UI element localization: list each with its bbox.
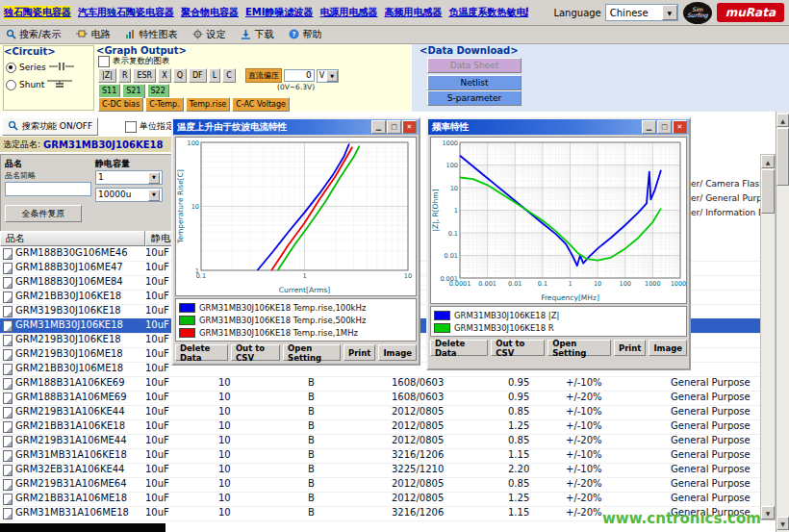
maximize-button[interactable]: □ xyxy=(387,120,401,134)
chevron-down-icon[interactable]: ▼ xyxy=(148,190,160,201)
legend-swatch xyxy=(434,311,450,320)
param-button-l[interactable]: L xyxy=(209,68,220,83)
scroll-up-button[interactable]: ▲ xyxy=(761,155,775,168)
search-toggle-button[interactable]: 搜索功能 ON/OFF xyxy=(2,117,98,136)
param-button-x[interactable]: X xyxy=(158,68,170,83)
circuit-option-series[interactable]: Series xyxy=(6,61,91,74)
multi-graph-checkbox[interactable]: 表示复数的图表 xyxy=(98,56,170,67)
menu-item[interactable]: 下载 xyxy=(241,28,273,41)
scroll-up-button[interactable]: ▲ xyxy=(776,114,789,127)
param-button-z[interactable]: |Z| xyxy=(98,68,116,83)
char-button-c-temp-[interactable]: C-Temp. xyxy=(145,97,184,112)
maximize-button[interactable]: □ xyxy=(657,120,672,134)
cell-application: General Purpose xyxy=(671,392,759,402)
page-scrollbar[interactable]: ▲ ▼ xyxy=(776,112,789,532)
column-header-part-name[interactable]: 品名 xyxy=(0,231,145,246)
reset-conditions-button[interactable]: 全条件复原 xyxy=(5,205,82,222)
capacitance-min-input[interactable]: 1 ▼ xyxy=(95,170,163,185)
menu-item[interactable]: 搜索/表示 xyxy=(6,28,61,41)
open-setting-button[interactable]: Open Setting xyxy=(283,344,341,361)
nav-link[interactable]: 电源用电感器 xyxy=(320,6,378,19)
simsurfing-logo[interactable]: Sim Surfing xyxy=(683,2,712,24)
svg-text:10000: 10000 xyxy=(671,280,686,288)
print-button[interactable]: Print xyxy=(344,344,375,361)
table-scrollbar[interactable]: ▲ ▼ xyxy=(760,154,776,520)
s-param-button-s11[interactable]: S11 xyxy=(98,84,120,98)
murata-logo[interactable]: muRata xyxy=(717,3,784,22)
param-button-r[interactable]: R xyxy=(118,68,132,83)
chevron-down-icon[interactable]: ▼ xyxy=(662,5,677,20)
cell-part-name: GRM21BB31A106KE18 xyxy=(15,420,142,431)
table-row[interactable]: GRM21BB31A106ME1810uF10B2012/08051.25+/-… xyxy=(0,492,760,507)
delete-data-button[interactable]: Delete Data xyxy=(430,340,488,356)
toolbar: <Circuit> SeriesShunt <Graph Output> 表示复… xyxy=(0,44,789,112)
param-button-q[interactable]: Q xyxy=(173,68,187,83)
open-setting-button[interactable]: Open Setting xyxy=(547,340,611,356)
out-to-csv-button[interactable]: Out to CSV xyxy=(231,344,280,361)
language-select[interactable]: Chinese ▼ xyxy=(605,4,678,21)
part-name-input[interactable] xyxy=(5,182,91,196)
netlist-button[interactable]: Netlist xyxy=(427,75,522,90)
dc-bias-unit-select[interactable]: V▼ xyxy=(317,69,339,83)
param-button-df[interactable]: DF xyxy=(189,68,207,83)
table-row[interactable]: GRM219B31A106ME4410uF10B2012/08050.85+/-… xyxy=(0,434,760,449)
table-row[interactable]: GRM219B31A106KE4410uF10B2012/08050.85+/-… xyxy=(0,405,760,420)
capacitance-max-input[interactable]: 10000u ▼ xyxy=(95,188,163,202)
nav-link[interactable]: 汽车用独石陶瓷电容器 xyxy=(78,6,174,19)
table-row[interactable]: GRM219B31A106ME6410uF10B2012/08050.85+/-… xyxy=(0,477,760,493)
cell-tolerance: +/-10% xyxy=(566,464,657,474)
menu-item[interactable]: 特性图表 xyxy=(125,28,177,41)
scrollbar-thumb[interactable] xyxy=(761,169,775,214)
cell-capacitance: 10uF xyxy=(145,406,203,417)
nav-link[interactable]: 负温度系数热敏电阻 xyxy=(449,6,528,19)
radio-icon[interactable] xyxy=(6,63,16,73)
scrollbar-thumb[interactable] xyxy=(776,128,789,186)
char-button-c-dc-bias[interactable]: C-DC bias xyxy=(98,97,143,112)
language-label: Language xyxy=(553,8,600,18)
table-row[interactable]: GRM188B31A106ME6910uF10B1608/06030.95+/-… xyxy=(0,391,760,406)
param-button-esr[interactable]: ESR xyxy=(133,68,156,83)
s-parameter-button[interactable]: S-parameter xyxy=(427,90,522,106)
close-button[interactable]: ✕ xyxy=(402,120,417,134)
print-button[interactable]: Print xyxy=(614,340,646,356)
nav-link[interactable]: 聚合物电容器 xyxy=(181,6,239,19)
window-titlebar[interactable]: 频率特性 ▁ □ ✕ xyxy=(428,119,689,135)
nav-link[interactable]: 高频用电感器 xyxy=(385,6,443,19)
dc-bias-input[interactable]: 0 xyxy=(284,69,315,82)
minimize-button[interactable]: ▁ xyxy=(642,120,656,134)
cell-size: 3216/1206 xyxy=(392,449,497,460)
table-row[interactable]: GRM31MB31A106KE1810uF10B3216/12061.15+/-… xyxy=(0,448,760,464)
circuit-option-shunt[interactable]: Shunt xyxy=(6,78,91,91)
char-button-temp-rise[interactable]: Temp.rise xyxy=(186,97,230,112)
image-button[interactable]: Image xyxy=(378,344,417,361)
radio-icon[interactable] xyxy=(6,80,16,90)
table-row[interactable]: GRM188B31A106KE6910uF10B1608/06030.95+/-… xyxy=(0,376,760,392)
delete-data-button[interactable]: Delete Data xyxy=(175,344,228,361)
menu-item[interactable]: 电路 xyxy=(76,28,110,41)
chevron-down-icon[interactable]: ▼ xyxy=(148,172,160,184)
scroll-down-button[interactable]: ▼ xyxy=(776,517,789,530)
cell-part-name: GRM319B30J106KE18 xyxy=(15,305,142,316)
close-button[interactable]: ✕ xyxy=(673,120,687,134)
cell-application: General Purpose xyxy=(671,377,759,388)
checkbox-icon[interactable] xyxy=(125,121,137,133)
chevron-down-icon[interactable]: ▼ xyxy=(326,70,338,82)
unit-specify-checkbox[interactable]: 单位指定 xyxy=(125,120,174,133)
table-row[interactable]: GRM32EB31A106KE4410uF10B3225/12102.20+/-… xyxy=(0,463,760,478)
param-button-c[interactable]: C xyxy=(222,68,236,83)
minimize-button[interactable]: ▁ xyxy=(371,120,386,134)
image-button[interactable]: Image xyxy=(649,340,687,356)
out-to-csv-button[interactable]: Out to CSV xyxy=(491,340,545,356)
menu-item[interactable]: ?帮助 xyxy=(289,28,321,41)
s-param-button-s22[interactable]: S22 xyxy=(147,84,169,98)
temp-rise-chart: 0.1110110100Current[Arms]Temperature Ris… xyxy=(176,138,416,295)
window-titlebar[interactable]: 温度上升由于纹波电流特性 ▁ □ ✕ xyxy=(173,119,419,135)
table-row[interactable]: GRM21BB31A106KE1810uF10B2012/08051.25+/-… xyxy=(0,419,760,435)
menu-item[interactable]: 设定 xyxy=(192,28,225,41)
nav-link[interactable]: 独石陶瓷电容器 xyxy=(4,6,71,19)
checkbox-icon[interactable] xyxy=(98,56,110,67)
nav-link[interactable]: EMI静噪滤波器 xyxy=(245,6,314,19)
char-button-c-ac-voltage[interactable]: C-AC Voltage xyxy=(232,97,290,112)
scroll-down-button[interactable]: ▼ xyxy=(761,506,775,519)
s-param-button-s21[interactable]: S21 xyxy=(122,84,144,98)
